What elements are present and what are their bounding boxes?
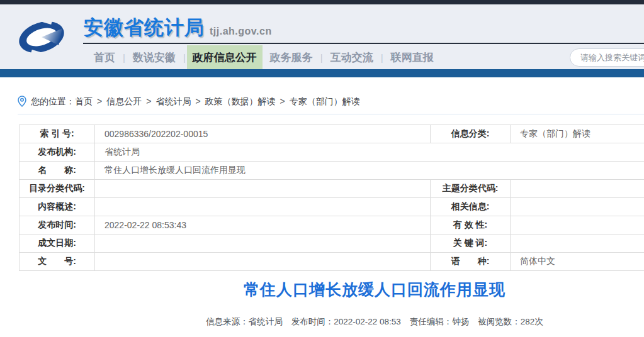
info-label: 信息分类: [431, 125, 511, 143]
breadcrumb: 您的位置： 首页>信息公开>省统计局>政策（数据）解读>专家（部门）解读 [18, 94, 360, 109]
main-nav: 首页|数说安徽|政府信息公开政务服务|互动交流|联网直报 [86, 45, 441, 69]
info-value: 简体中文 [511, 253, 644, 271]
search-input[interactable] [570, 48, 644, 67]
breadcrumb-items: 首页>信息公开>省统计局>政策（数据）解读>专家（部门）解读 [75, 96, 360, 108]
nav-item-2[interactable]: 数说安徽 [128, 45, 180, 69]
info-label: 发布机构: [20, 143, 95, 162]
logo-swirl-icon [16, 10, 67, 64]
table-row: 名 称:常住人口增长放缓人口回流作用显现 [20, 162, 644, 180]
search-box [570, 48, 644, 67]
info-label: 语 种: [431, 253, 511, 271]
info-value [95, 198, 431, 216]
breadcrumb-link-4[interactable]: 政策（数据）解读 [205, 96, 276, 106]
info-value [511, 198, 644, 216]
nav-separator: | [123, 45, 125, 69]
info-label: 主题分类代码: [431, 180, 511, 198]
table-row: 发布时间:2022-02-22 08:53:43有 效 性: [20, 216, 644, 235]
document-info-table: 索 引 号:002986336/202202-00015信息分类:专家（部门）解… [19, 124, 644, 271]
table-row: 内容概述:相关信息: [20, 198, 644, 216]
meta-item: 发布时间：2022-02-22 08:53 [291, 317, 401, 326]
info-label: 相关信息: [431, 198, 511, 216]
table-row: 目录分类代码:主题分类代码: [20, 180, 644, 198]
nav-item-4[interactable]: 政务服务 [266, 45, 317, 69]
table-row: 文 号:语 种:简体中文 [20, 253, 644, 271]
info-label: 内容概述: [20, 198, 95, 216]
breadcrumb-link-2[interactable]: 信息公开 [106, 96, 142, 106]
meta-item: 被阅览数：282次 [478, 317, 543, 326]
nav-item-6[interactable]: 联网直报 [387, 45, 438, 69]
info-value: 2022-02-22 08:53:43 [95, 216, 431, 235]
info-value: 常住人口增长放缓人口回流作用显现 [95, 162, 644, 180]
table-row: 索 引 号:002986336/202202-00015信息分类:专家（部门）解… [20, 125, 644, 143]
nav-accent-bar [0, 69, 644, 77]
nav-item-5[interactable]: 互动交流 [326, 45, 378, 69]
header-divider [83, 43, 644, 44]
nav-item-1[interactable]: 首页 [89, 45, 120, 69]
breadcrumb-divider [18, 114, 644, 114]
info-value: 省统计局 [95, 143, 644, 162]
nav-item-3[interactable]: 政府信息公开 [187, 45, 263, 69]
breadcrumb-link-5[interactable]: 专家（部门）解读 [290, 96, 360, 106]
nav-separator: | [183, 45, 186, 69]
breadcrumb-separator: > [195, 96, 200, 106]
breadcrumb-separator: > [97, 96, 102, 106]
info-label: 目录分类代码: [20, 180, 95, 198]
site-title: 安徽省统计局 [84, 14, 205, 41]
info-value: 002986336/202202-00015 [95, 125, 431, 143]
breadcrumb-separator: > [146, 96, 151, 106]
info-label: 文 号: [20, 253, 95, 271]
statistics-bureau-logo[interactable] [16, 10, 67, 64]
info-label: 名 称: [20, 162, 95, 180]
meta-item: 信息来源：省统计局 [206, 317, 283, 326]
info-value [511, 216, 644, 235]
nav-separator: | [381, 45, 383, 69]
info-value [511, 235, 644, 253]
info-label: 关 键 词: [431, 235, 511, 253]
meta-item: 责任编辑：钟扬 [410, 317, 470, 326]
info-label: 有 效 性: [431, 216, 511, 235]
info-value [95, 253, 431, 271]
info-label: 成文日期: [20, 235, 95, 253]
info-value [95, 180, 431, 198]
breadcrumb-link-1[interactable]: 首页 [75, 96, 93, 106]
site-domain: tjj.ah.gov.cn [210, 26, 272, 37]
top-bar [0, 0, 644, 4]
nav-separator: | [320, 45, 323, 69]
info-value [511, 180, 644, 198]
info-value: 专家（部门）解读 [511, 125, 644, 143]
info-label: 索 引 号: [20, 125, 95, 143]
breadcrumb-link-3[interactable]: 省统计局 [155, 96, 191, 106]
info-value [95, 235, 431, 253]
breadcrumb-prefix: 您的位置： [31, 96, 75, 108]
article-meta: 信息来源：省统计局发布时间：2022-02-22 08:53责任编辑：钟扬被阅览… [19, 316, 644, 328]
page: 安徽省统计局 tjj.ah.gov.cn 首页|数说安徽|政府信息公开政务服务|… [0, 0, 644, 337]
table-row: 发布机构:省统计局 [20, 143, 644, 162]
article-title: 常住人口增长放缓人口回流作用显现 [19, 279, 644, 300]
breadcrumb-separator: > [280, 96, 285, 106]
table-row: 成文日期:关 键 词: [20, 235, 644, 253]
location-pin-icon [18, 96, 26, 109]
info-label: 发布时间: [20, 216, 95, 235]
site-header: 安徽省统计局 tjj.ah.gov.cn 首页|数说安徽|政府信息公开政务服务|… [0, 4, 644, 69]
